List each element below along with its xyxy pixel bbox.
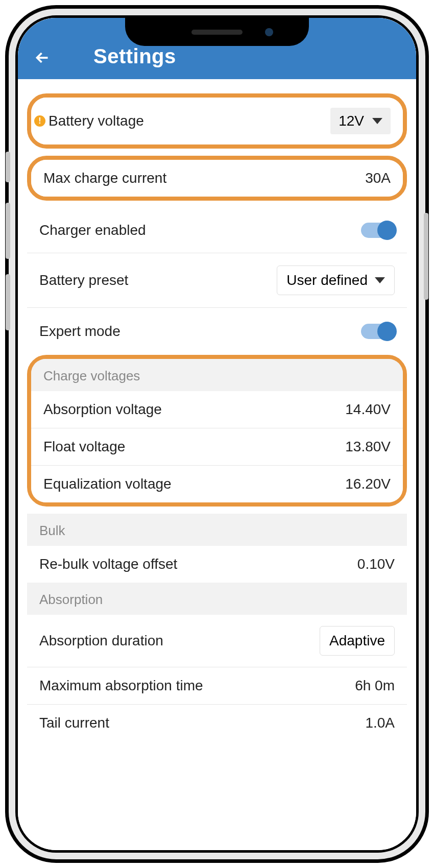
chevron-down-icon (375, 277, 385, 283)
equalization-voltage-value: 16.20V (345, 476, 391, 492)
highlight-battery-voltage: ! Battery voltage 12V (27, 93, 407, 149)
expert-mode-label: Expert mode (39, 323, 120, 340)
row-float-voltage[interactable]: Float voltage 13.80V (31, 428, 403, 466)
row-absorption-voltage[interactable]: Absorption voltage 14.40V (31, 391, 403, 428)
equalization-voltage-label: Equalization voltage (43, 476, 172, 492)
battery-voltage-dropdown[interactable]: 12V (330, 108, 391, 134)
row-max-absorption-time[interactable]: Maximum absorption time 6h 0m (27, 667, 407, 705)
side-button (6, 203, 10, 259)
expert-mode-toggle[interactable] (361, 324, 395, 339)
row-battery-preset: Battery preset User defined (27, 253, 407, 308)
row-absorption-duration[interactable]: Absorption duration Adaptive (27, 615, 407, 667)
back-button[interactable] (32, 47, 53, 68)
absorption-voltage-value: 14.40V (345, 401, 391, 418)
battery-voltage-label: Battery voltage (49, 113, 144, 129)
float-voltage-label: Float voltage (43, 439, 125, 455)
max-absorption-time-label: Maximum absorption time (39, 678, 203, 694)
max-charge-current-value: 30A (365, 170, 391, 186)
phone-frame: Settings ! Battery voltage 12V (5, 5, 429, 863)
side-button (6, 274, 10, 330)
highlight-charge-voltages: Charge voltages Absorption voltage 14.40… (27, 355, 407, 507)
row-battery-voltage[interactable]: ! Battery voltage 12V (31, 98, 403, 144)
battery-preset-label: Battery preset (39, 272, 128, 288)
section-header-bulk: Bulk (27, 514, 407, 546)
row-rebulk-offset[interactable]: Re-bulk voltage offset 0.10V (27, 546, 407, 583)
max-charge-current-label: Max charge current (43, 170, 166, 186)
page-title: Settings (73, 45, 176, 68)
battery-preset-dropdown[interactable]: User defined (277, 266, 395, 295)
toggle-knob (377, 322, 397, 341)
row-tail-current[interactable]: Tail current 1.0A (27, 705, 407, 735)
highlight-max-charge-current: Max charge current 30A (27, 156, 407, 201)
arrow-left-icon (33, 49, 52, 67)
section-header-absorption: Absorption (27, 583, 407, 615)
charger-enabled-label: Charger enabled (39, 222, 146, 238)
toggle-knob (377, 221, 397, 240)
side-button (6, 152, 10, 182)
battery-voltage-value: 12V (339, 113, 364, 129)
warning-icon: ! (34, 115, 45, 127)
row-expert-mode: Expert mode (27, 308, 407, 355)
absorption-duration-label: Absorption duration (39, 633, 163, 649)
tail-current-label: Tail current (39, 715, 109, 731)
section-header-charge-voltages: Charge voltages (31, 359, 403, 391)
tail-current-value: 1.0A (365, 715, 395, 731)
absorption-duration-box[interactable]: Adaptive (320, 626, 395, 656)
chevron-down-icon (372, 118, 382, 124)
battery-preset-value: User defined (286, 272, 368, 288)
float-voltage-value: 13.80V (345, 439, 391, 455)
row-max-charge-current[interactable]: Max charge current 30A (31, 160, 403, 197)
rebulk-offset-label: Re-bulk voltage offset (39, 556, 177, 572)
speaker-grill (191, 30, 243, 35)
absorption-duration-value: Adaptive (329, 633, 385, 648)
front-camera (265, 28, 273, 36)
rebulk-offset-value: 0.10V (357, 556, 395, 572)
charger-enabled-toggle[interactable] (361, 223, 395, 238)
phone-notch (125, 18, 309, 46)
row-charger-enabled: Charger enabled (27, 208, 407, 253)
absorption-voltage-label: Absorption voltage (43, 401, 162, 418)
row-equalization-voltage[interactable]: Equalization voltage 16.20V (31, 466, 403, 502)
max-absorption-time-value: 6h 0m (355, 678, 395, 694)
side-button (424, 213, 428, 300)
